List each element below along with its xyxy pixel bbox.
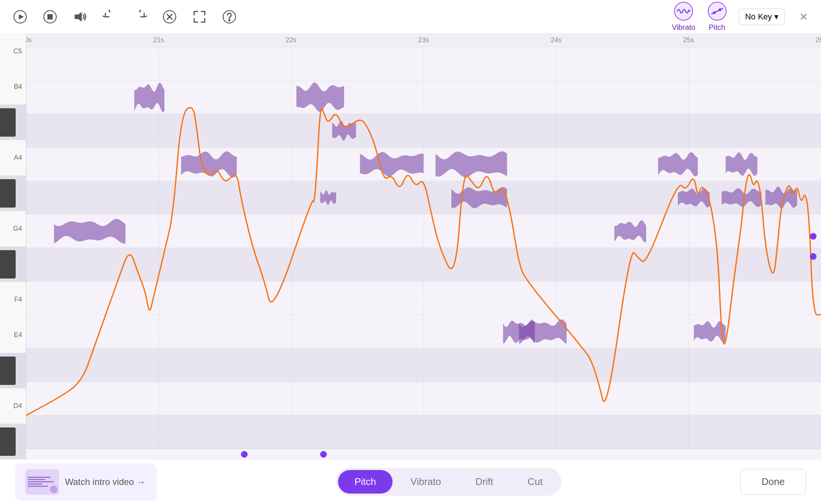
pitch-tool-btn[interactable]: Pitch <box>707 1 727 32</box>
piano-keys: C5B4A4G4F4E4D4 <box>0 34 26 459</box>
vibrato-tool-btn[interactable]: Vibrato <box>672 1 695 32</box>
piano-key-2 <box>0 105 26 140</box>
svg-point-13 <box>713 11 716 14</box>
watch-intro-button[interactable]: Watch intro video → <box>15 463 157 501</box>
toolbar-right: Vibrato Pitch No Key ▾ × <box>672 1 811 32</box>
piano-key-9 <box>0 353 26 388</box>
toolbar-left <box>10 7 239 27</box>
tab-drift[interactable]: Drift <box>459 470 510 494</box>
vibrato-label: Vibrato <box>672 23 695 32</box>
piano-key-5: G4 <box>0 211 26 246</box>
piano-key-0: C5 <box>0 34 26 69</box>
toolbar: Vibrato Pitch No Key ▾ × <box>0 0 821 34</box>
right-handle-bottom[interactable] <box>810 253 817 260</box>
piano-key-11 <box>0 424 26 459</box>
undo-icon[interactable] <box>100 7 120 27</box>
play-icon[interactable] <box>10 7 30 27</box>
time-marker-22s: 22s <box>286 36 297 44</box>
scroll-handle-left[interactable] <box>241 451 248 458</box>
key-selector-value: No Key ▾ <box>745 12 778 22</box>
help-icon[interactable] <box>220 7 239 27</box>
time-ruler: 20s21s22s23s24s25s26s <box>26 34 821 47</box>
svg-rect-3 <box>47 14 53 19</box>
redo-icon[interactable] <box>130 7 149 27</box>
svg-point-9 <box>229 19 230 21</box>
piano-key-1: B4 <box>0 69 26 105</box>
piano-key-3: A4 <box>0 140 26 175</box>
time-marker-26s: 26s <box>815 36 821 44</box>
right-handles <box>810 233 817 260</box>
time-marker-25s: 25s <box>683 36 694 44</box>
scrollbar[interactable] <box>26 449 821 459</box>
piano-key-10: D4 <box>0 388 26 424</box>
svg-point-14 <box>718 9 721 11</box>
pitch-label: Pitch <box>709 23 725 32</box>
note-grid[interactable] <box>26 47 821 449</box>
tab-vibrato[interactable]: Vibrato <box>394 470 458 494</box>
tab-cut[interactable]: Cut <box>511 470 559 494</box>
scroll-handle-right[interactable] <box>320 451 327 458</box>
watch-intro-thumbnail <box>25 469 59 495</box>
bottom-bar: Watch intro video → Pitch Vibrato Drift … <box>0 459 821 504</box>
fullscreen-icon[interactable] <box>190 7 209 27</box>
close-circle-icon[interactable] <box>160 7 179 27</box>
pitch-visualization <box>26 47 821 449</box>
watch-intro-text: Watch intro video → <box>65 477 145 487</box>
tab-pitch[interactable]: Pitch <box>338 470 393 494</box>
svg-marker-4 <box>75 12 82 21</box>
svg-marker-1 <box>19 14 24 19</box>
piano-key-7: F4 <box>0 282 26 317</box>
stop-icon[interactable] <box>40 7 60 27</box>
done-button[interactable]: Done <box>740 469 806 495</box>
watch-intro-avatar <box>50 486 58 493</box>
time-marker-21s: 21s <box>153 36 164 44</box>
key-selector[interactable]: No Key ▾ <box>739 9 785 25</box>
time-marker-24s: 24s <box>551 36 561 44</box>
time-marker-20s: 20s <box>26 36 32 44</box>
time-marker-23s: 23s <box>418 36 429 44</box>
close-button[interactable]: × <box>797 7 811 26</box>
volume-icon[interactable] <box>70 7 90 27</box>
piano-key-8: E4 <box>0 317 26 353</box>
main-area: C5B4A4G4F4E4D4 20s21s22s23s24s25s26s <box>0 34 821 459</box>
tab-group: Pitch Vibrato Drift Cut <box>336 468 561 496</box>
right-handle-top[interactable] <box>810 233 817 240</box>
piano-key-6 <box>0 246 26 282</box>
timeline-container: 20s21s22s23s24s25s26s <box>26 34 821 459</box>
piano-key-4 <box>0 175 26 211</box>
